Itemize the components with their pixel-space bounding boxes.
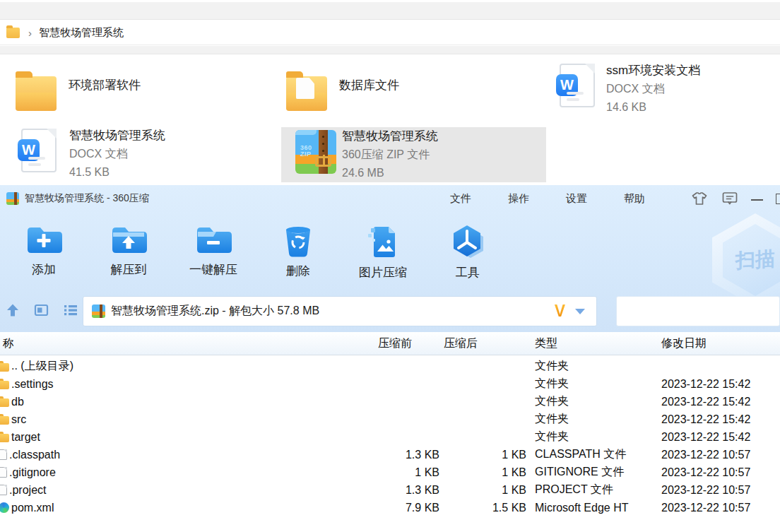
table-row[interactable]: .gitignore 1 KB 1 KB GITIGNORE 文件 2023-1… [0,463,780,481]
breadcrumb[interactable]: › 智慧牧场管理系统 [0,20,780,45]
breadcrumb-current: 智慧牧场管理系统 [39,26,124,40]
edge-icon [0,502,9,513]
tile-name: ssm环境安装文档 [606,61,700,80]
screen: { "colors": { "accent_blue": "#1e88e8", … [0,0,780,532]
table-row[interactable]: target 文件夹 2023-12-22 15:42 [0,428,780,446]
skin-shirt-icon[interactable] [690,190,709,207]
file-tile-ssm-doc[interactable]: ssm环境安装文档 DOCX 文档 14.6 KB [560,64,772,120]
titlebar[interactable]: 智慧牧场管理系统 - 360压缩 [0,185,780,212]
zip-app-window: 智慧牧场管理系统 - 360压缩 文件 操作 设置 帮助 添加 [0,185,780,532]
cell-size-after: 1 KB [439,449,526,461]
column-header-name[interactable]: 称 [0,336,371,351]
folder-oneclick-icon [195,224,232,256]
cell-date: 2023-12-22 10:57 [656,502,780,514]
docx-file-icon [560,64,595,107]
tile-name: 数据库文件 [339,76,399,95]
toolbar-tools-button[interactable]: 工具 [425,212,510,293]
toolbar-delete-button[interactable]: 删除 [256,212,341,293]
docx-file-icon [21,129,57,172]
file-tile-env-folder[interactable]: 环境部署软件 [16,68,228,119]
cell-type: 文件夹 [526,359,656,374]
file-tile-db-folder[interactable]: 数据库文件 [286,68,498,119]
menu-bar: 文件 操作 设置 帮助 [450,185,645,212]
up-level-icon[interactable] [6,303,20,317]
cell-size-after: 1.5 KB [439,502,526,514]
tile-name: 智慧牧场管理系统 [342,127,438,146]
file-name: db [11,396,24,408]
image-compress-icon [367,224,398,259]
v-logo-icon[interactable] [555,302,565,321]
file-icon [0,467,7,478]
cell-date: 2023-12-22 15:42 [656,378,780,391]
table-row[interactable]: .classpath 1.3 KB 1 KB CLASSPATH 文件 2023… [0,446,780,463]
file-name: .. (上级目录) [11,359,73,374]
tile-type: 360压缩 ZIP 文件 [342,146,438,164]
dropdown-caret-icon[interactable] [575,309,585,314]
file-name: .settings [11,378,54,391]
column-header-size-after[interactable]: 压缩后 [439,336,526,351]
zip-buckle [315,156,331,167]
cell-size-after: 1 KB [439,466,526,479]
column-header-type[interactable]: 类型 [526,336,656,351]
archive-file-list: .. (上级目录) 文件夹 .settings 文件夹 2023-12-22 1… [0,355,780,532]
column-header-date[interactable]: 修改日期 [656,336,780,351]
menu-action[interactable]: 操作 [508,192,529,206]
folder-front [16,93,57,111]
folder-icon [0,363,9,372]
window-controls [690,185,780,212]
folder-icon [0,434,9,442]
menu-settings[interactable]: 设置 [566,192,587,206]
explorer-divider-band [0,46,780,54]
toolbar-label: 一键解压 [189,261,237,278]
address-text: 智慧牧场管理系统.zip - 解包大小 57.8 MB [111,304,555,319]
table-row[interactable]: .project 1.3 KB 1 KB PROJECT 文件 2023-12-… [0,481,780,499]
column-header-row: 称 压缩前 压缩后 类型 修改日期 [0,332,780,355]
explorer-toolbar-band [0,0,780,20]
toolbar-add-button[interactable]: 添加 [1,212,86,293]
cell-type: 文件夹 [526,430,656,444]
minimize-button[interactable] [751,199,763,201]
cell-type: PROJECT 文件 [526,483,656,497]
toolbar-oneclick-extract-button[interactable]: 一键解压 [171,212,256,293]
cell-type: CLASSPATH 文件 [526,447,656,462]
chevron-right-icon: › [28,27,32,39]
toolbar-image-compress-button[interactable]: 图片压缩 [341,212,425,293]
window-title: 智慧牧场管理系统 - 360压缩 [25,192,149,205]
cell-date: 2023-12-22 10:57 [656,484,780,497]
address-bar[interactable]: 智慧牧场管理系统.zip - 解包大小 57.8 MB [83,296,597,326]
file-tile-farm-zip-selected[interactable]: 智慧牧场管理系统 360压缩 ZIP 文件 24.6 MB [281,127,546,182]
search-filter-box[interactable] [616,296,780,326]
tile-size: 41.5 KB [69,163,165,182]
file-name: .project [9,484,46,497]
menu-file[interactable]: 文件 [450,192,471,206]
table-row[interactable]: src 文件夹 2023-12-22 15:42 [0,410,780,428]
scan-label: 扫描 [735,246,775,275]
tile-size: 14.6 KB [606,98,700,117]
file-name: pom.xml [11,502,54,514]
folder-icon [0,416,9,425]
address-row: 智慧牧场管理系统.zip - 解包大小 57.8 MB [0,293,780,332]
file-tile-farm-doc[interactable]: 智慧牧场管理系统 DOCX 文档 41.5 KB [21,129,233,185]
table-row[interactable]: db 文件夹 2023-12-22 15:42 [0,393,780,410]
list-view-icon[interactable] [63,303,78,317]
preview-pane-icon[interactable] [34,303,49,317]
menu-help[interactable]: 帮助 [624,192,645,206]
table-row[interactable]: pom.xml 7.9 KB 1.5 KB Microsoft Edge HT … [0,499,780,516]
tile-type: DOCX 文档 [69,145,165,163]
column-header-size-before[interactable]: 压缩前 [371,336,439,351]
zip-360-label [300,145,312,158]
feedback-icon[interactable] [721,190,738,207]
trash-icon [282,224,314,258]
file-name: .gitignore [9,466,56,479]
maximize-button[interactable] [776,194,780,204]
cell-type: 文件夹 [526,412,656,427]
toolbar-extract-to-button[interactable]: 解压到 [86,212,171,293]
cell-name: .. (上级目录) [0,359,371,374]
cell-date: 2023-12-22 15:42 [656,396,780,408]
folder-front [286,93,327,111]
folder-plus-icon [25,224,62,256]
table-row[interactable]: .. (上级目录) 文件夹 [0,357,780,375]
toolbar-label: 解压到 [111,261,147,278]
scan-shield-inner: 扫描 [723,224,780,296]
table-row[interactable]: .settings 文件夹 2023-12-22 15:42 [0,375,780,393]
